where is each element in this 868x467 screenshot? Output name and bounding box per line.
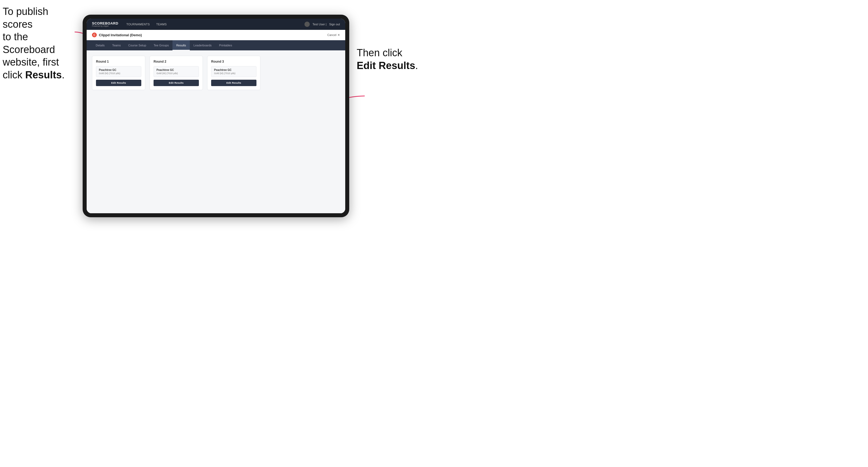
tab-results[interactable]: Results xyxy=(173,40,190,51)
user-avatar xyxy=(304,22,310,27)
tournament-header: C Clippd Invitational (Demo) Cancel ✕ xyxy=(87,30,345,40)
nav-teams[interactable]: TEAMS xyxy=(156,22,166,26)
course-detail-2: Gold (M) (7010 yds) xyxy=(156,72,196,75)
round-card-2: Round 2 Peachtree GC Gold (M) (7010 yds)… xyxy=(150,56,203,90)
course-detail-1: Gold (M) (7010 yds) xyxy=(99,72,138,75)
tournament-name: Clippd Invitational (Demo) xyxy=(99,33,142,37)
user-name: Test User | xyxy=(312,23,326,26)
round-card-1: Round 1 Peachtree GC Gold (M) (7010 yds)… xyxy=(92,56,145,90)
course-name-2: Peachtree GC xyxy=(156,68,196,71)
tab-printables[interactable]: Printables xyxy=(215,40,236,51)
tab-leaderboards[interactable]: Leaderboards xyxy=(190,40,215,51)
course-detail-3: Gold (M) (7010 yds) xyxy=(214,72,253,75)
tab-course-setup[interactable]: Course Setup xyxy=(124,40,150,51)
round-1-title: Round 1 xyxy=(96,60,141,63)
course-card-3: Peachtree GC Gold (M) (7010 yds) xyxy=(211,66,256,77)
instruction-left: To publish scores to the Scoreboard webs… xyxy=(3,5,77,81)
nav-right: Test User | Sign out xyxy=(304,22,340,27)
rounds-grid: Round 1 Peachtree GC Gold (M) (7010 yds)… xyxy=(92,56,340,90)
tablet-frame: SCOREBOARD Powered by clippd TOURNAMENTS… xyxy=(83,15,349,217)
course-card-2: Peachtree GC Gold (M) (7010 yds) xyxy=(154,66,199,77)
nav-links: TOURNAMENTS TEAMS xyxy=(126,22,304,26)
round-3-title: Round 3 xyxy=(211,60,256,63)
course-name-1: Peachtree GC xyxy=(99,68,138,71)
logo-area: SCOREBOARD Powered by clippd xyxy=(92,22,118,27)
clippd-icon: C xyxy=(92,33,97,37)
close-icon: ✕ xyxy=(338,33,340,37)
edit-results-button-1[interactable]: Edit Results xyxy=(96,80,141,86)
course-card-1: Peachtree GC Gold (M) (7010 yds) xyxy=(96,66,141,77)
tournament-title: C Clippd Invitational (Demo) xyxy=(92,33,142,37)
round-card-3: Round 3 Peachtree GC Gold (M) (7010 yds)… xyxy=(207,56,260,90)
tablet-screen: SCOREBOARD Powered by clippd TOURNAMENTS… xyxy=(87,19,345,213)
rounds-section: Round 1 Peachtree GC Gold (M) (7010 yds)… xyxy=(87,51,345,213)
logo-text: SCOREBOARD xyxy=(92,22,118,25)
top-nav: SCOREBOARD Powered by clippd TOURNAMENTS… xyxy=(87,19,345,30)
tab-bar: Details Teams Course Setup Tee Groups Re… xyxy=(87,40,345,51)
tab-teams[interactable]: Teams xyxy=(108,40,124,51)
cancel-button[interactable]: Cancel ✕ xyxy=(328,33,340,37)
edit-results-button-3[interactable]: Edit Results xyxy=(211,80,256,86)
edit-results-button-2[interactable]: Edit Results xyxy=(154,80,199,86)
tab-tee-groups[interactable]: Tee Groups xyxy=(150,40,173,51)
course-name-3: Peachtree GC xyxy=(214,68,253,71)
tab-details[interactable]: Details xyxy=(92,40,108,51)
instruction-right: Then click Edit Results. xyxy=(357,46,426,72)
sign-out-link[interactable]: Sign out xyxy=(329,23,340,26)
round-2-title: Round 2 xyxy=(154,60,199,63)
nav-tournaments[interactable]: TOURNAMENTS xyxy=(126,22,150,26)
content-area: C Clippd Invitational (Demo) Cancel ✕ De… xyxy=(87,30,345,213)
logo-sub: Powered by clippd xyxy=(92,25,118,27)
